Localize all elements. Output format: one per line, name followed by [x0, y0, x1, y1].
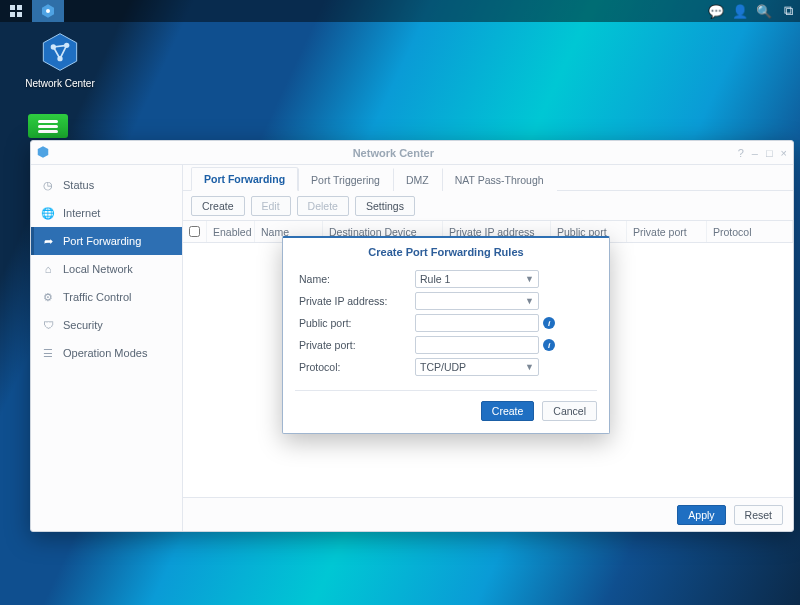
private-port-label: Private port: [299, 339, 415, 351]
window-maximize-button[interactable]: □ [766, 147, 773, 159]
tab-bar: Port Forwarding Port Triggering DMZ NAT … [183, 165, 793, 191]
name-select[interactable]: Rule 1 ▼ [415, 270, 539, 288]
info-icon[interactable]: i [543, 339, 555, 351]
sidebar-item-operation-modes[interactable]: ☰ Operation Modes [31, 339, 182, 367]
sidebar-item-label: Local Network [63, 263, 133, 275]
desktop-shortcut-label: Network Center [24, 78, 96, 89]
public-port-label: Public port: [299, 317, 415, 329]
private-ip-select[interactable]: ▼ [415, 292, 539, 310]
dashboard-button[interactable] [0, 0, 32, 22]
reset-button[interactable]: Reset [734, 505, 783, 525]
private-ip-label: Private IP address: [299, 295, 415, 307]
sidebar-item-label: Operation Modes [63, 347, 147, 359]
chevron-down-icon: ▼ [525, 274, 534, 284]
dialog-title: Create Port Forwarding Rules [283, 238, 609, 268]
apply-button[interactable]: Apply [677, 505, 725, 525]
window-close-button[interactable]: × [781, 147, 787, 159]
delete-button: Delete [297, 196, 349, 216]
network-center-icon [40, 32, 80, 72]
name-label: Name: [299, 273, 415, 285]
system-task-bar: 💬 👤 🔍 ⧉ [0, 0, 800, 22]
share-icon: ➦ [41, 234, 55, 248]
window-app-icon [31, 145, 55, 161]
tab-dmz[interactable]: DMZ [393, 168, 442, 191]
svg-rect-1 [17, 5, 22, 10]
sidebar-item-status[interactable]: ◷ Status [31, 171, 182, 199]
gauge-icon: ◷ [41, 178, 55, 192]
tab-port-triggering[interactable]: Port Triggering [298, 168, 393, 191]
sidebar-item-label: Security [63, 319, 103, 331]
col-proto[interactable]: Protocol [707, 221, 793, 242]
wifi-tray-icon[interactable] [28, 114, 68, 138]
col-privport[interactable]: Private port [627, 221, 707, 242]
window-help-button[interactable]: ? [738, 147, 744, 159]
sidebar: ◷ Status 🌐 Internet ➦ Port Forwarding ⌂ … [31, 165, 183, 531]
tab-port-forwarding[interactable]: Port Forwarding [191, 167, 298, 191]
search-icon[interactable]: 🔍 [752, 4, 776, 19]
globe-icon: 🌐 [41, 206, 55, 220]
select-all-checkbox[interactable] [189, 226, 200, 237]
edit-button: Edit [251, 196, 291, 216]
sidebar-item-label: Traffic Control [63, 291, 131, 303]
protocol-label: Protocol: [299, 361, 415, 373]
dialog-cancel-button[interactable]: Cancel [542, 401, 597, 421]
sidebar-item-label: Status [63, 179, 94, 191]
settings-button[interactable]: Settings [355, 196, 415, 216]
svg-rect-2 [10, 12, 15, 17]
sidebar-item-port-forwarding[interactable]: ➦ Port Forwarding [31, 227, 182, 255]
toolbar: Create Edit Delete Settings [183, 191, 793, 221]
svg-rect-0 [10, 5, 15, 10]
sidebar-item-internet[interactable]: 🌐 Internet [31, 199, 182, 227]
sliders-icon: ⚙ [41, 290, 55, 304]
chevron-down-icon: ▼ [525, 362, 534, 372]
window-manager-icon[interactable]: ⧉ [776, 3, 800, 19]
chat-icon[interactable]: 💬 [704, 4, 728, 19]
window-title: Network Center [55, 147, 732, 159]
shield-icon: 🛡 [41, 318, 55, 332]
info-icon[interactable]: i [543, 317, 555, 329]
app-switch-network-center[interactable] [32, 0, 64, 22]
create-button[interactable]: Create [191, 196, 245, 216]
tab-nat-pass-through[interactable]: NAT Pass-Through [442, 168, 557, 191]
dialog-create-button[interactable]: Create [481, 401, 535, 421]
col-enabled[interactable]: Enabled [207, 221, 255, 242]
desktop-shortcut-network-center[interactable]: Network Center [24, 32, 96, 89]
sidebar-item-label: Internet [63, 207, 100, 219]
operation-mode-icon: ☰ [41, 346, 55, 360]
svg-marker-6 [43, 34, 76, 71]
svg-point-5 [46, 9, 50, 13]
public-port-input[interactable] [415, 314, 539, 332]
sidebar-item-traffic-control[interactable]: ⚙ Traffic Control [31, 283, 182, 311]
panel-footer: Apply Reset [183, 497, 793, 531]
svg-rect-3 [17, 12, 22, 17]
chevron-down-icon: ▼ [525, 296, 534, 306]
svg-marker-11 [38, 146, 49, 158]
protocol-select[interactable]: TCP/UDP ▼ [415, 358, 539, 376]
window-titlebar[interactable]: Network Center ? – □ × [31, 141, 793, 165]
sidebar-item-security[interactable]: 🛡 Security [31, 311, 182, 339]
sidebar-item-label: Port Forwarding [63, 235, 141, 247]
create-rule-dialog: Create Port Forwarding Rules Name: Rule … [282, 236, 610, 434]
sidebar-item-local-network[interactable]: ⌂ Local Network [31, 255, 182, 283]
user-icon[interactable]: 👤 [728, 4, 752, 19]
private-port-input[interactable] [415, 336, 539, 354]
home-network-icon: ⌂ [41, 262, 55, 276]
window-minimize-button[interactable]: – [752, 147, 758, 159]
